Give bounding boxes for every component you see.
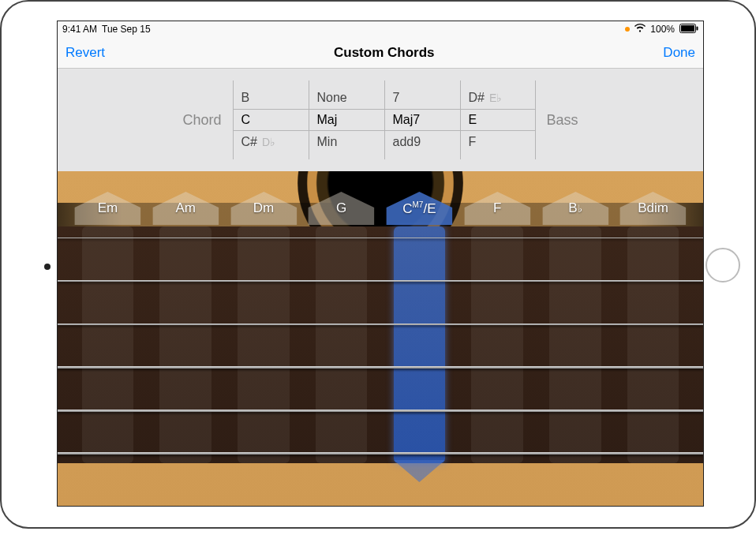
front-camera [44, 264, 51, 270]
chord-tab-Dm[interactable]: Dm [228, 192, 300, 225]
battery-icon [679, 24, 698, 36]
strum-column-6[interactable] [540, 226, 612, 463]
svg-rect-2 [697, 26, 698, 30]
picker-option: C#D♭ [241, 131, 309, 153]
picker-option: add9 [393, 131, 460, 153]
svg-rect-1 [681, 25, 694, 32]
fretboard [58, 226, 703, 463]
picker-option: Min [317, 131, 384, 153]
battery-percent: 100% [650, 24, 675, 35]
nav-bar: Revert Custom Chords Done [58, 37, 703, 69]
picker-column-0[interactable]: BCC#D♭ [233, 80, 309, 159]
bass-label: Bass [536, 112, 589, 129]
strum-column-1[interactable] [150, 226, 222, 463]
picker-option: D#E♭ [469, 87, 535, 109]
chord-tab-Bdim[interactable]: Bdim [617, 192, 689, 225]
done-button[interactable]: Done [663, 45, 695, 61]
nav-title: Custom Chords [334, 45, 435, 61]
chord-label: Chord [171, 112, 232, 129]
picker-option: None [317, 87, 384, 109]
guitar-area: EmAmDmGCM7/EFB♭Bdim [58, 171, 703, 507]
recording-indicator-icon [625, 27, 630, 32]
chord-strip-row: EmAmDmGCM7/EFB♭Bdim [72, 192, 689, 225]
picker-option: B [241, 87, 309, 109]
picker-option: F [469, 131, 535, 153]
picker-column-2[interactable]: 7Maj7add9 [384, 80, 460, 159]
chord-tab-G[interactable]: G [305, 192, 377, 225]
chord-picker: Chord BCC#D♭NoneMajMin7Maj7add9D#E♭EF Ba… [58, 69, 703, 171]
status-date: Tue Sep 15 [102, 24, 151, 35]
chord-tab-Em[interactable]: Em [72, 192, 144, 225]
strum-column-7[interactable] [617, 226, 689, 463]
strum-column-3[interactable] [305, 226, 377, 463]
chord-tab-B[interactable]: B♭ [540, 192, 612, 225]
picker-option: Maj [317, 109, 384, 131]
picker-option: E [469, 109, 535, 131]
home-button[interactable] [705, 248, 740, 282]
chord-tab-CM7E[interactable]: CM7/E [384, 192, 455, 225]
chord-tab-Am[interactable]: Am [150, 192, 222, 225]
picker-option: Maj7 [393, 109, 460, 131]
strum-column-5[interactable] [462, 226, 533, 463]
screen: 9:41 AM Tue Sep 15 100% Revert Custom Ch… [57, 21, 704, 507]
revert-button[interactable]: Revert [65, 45, 105, 61]
picker-column-1[interactable]: NoneMajMin [309, 80, 384, 159]
chord-tab-F[interactable]: F [462, 192, 533, 225]
ipad-frame: 9:41 AM Tue Sep 15 100% Revert Custom Ch… [0, 0, 756, 529]
status-time: 9:41 AM [62, 24, 97, 35]
strum-column-0[interactable] [72, 226, 144, 463]
wifi-icon [634, 24, 646, 35]
picker-option: 7 [393, 87, 460, 109]
picker-column-3[interactable]: D#E♭EF [460, 80, 536, 159]
status-bar: 9:41 AM Tue Sep 15 100% [58, 21, 703, 37]
strum-column-4[interactable] [384, 226, 455, 463]
picker-option: C [241, 109, 309, 131]
strum-column-2[interactable] [228, 226, 300, 463]
